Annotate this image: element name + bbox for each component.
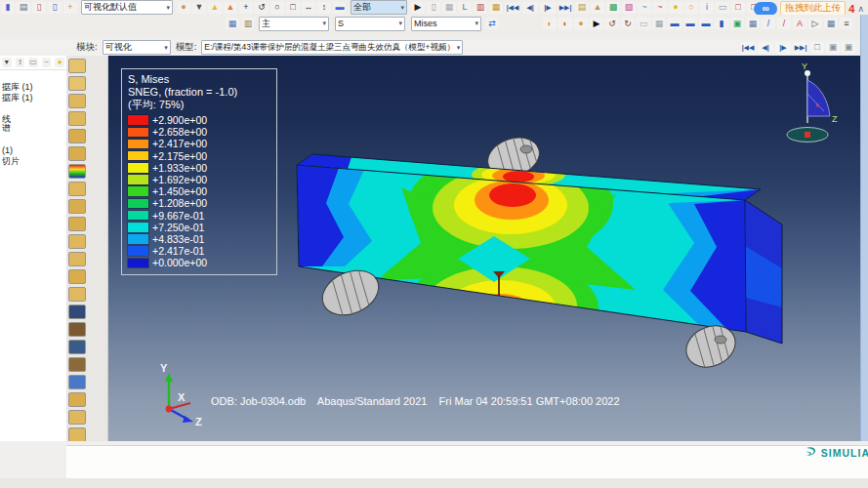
plot-symbols-icon[interactable] (68, 129, 86, 143)
component-dropdown[interactable]: Mises▾ (411, 17, 481, 31)
black-arrow-icon[interactable]: ▶ (590, 18, 603, 29)
magnify-view-icon[interactable]: ○ (270, 2, 284, 14)
field-output-tool-icon[interactable] (68, 410, 86, 425)
query-icon[interactable] (68, 269, 86, 284)
upload-badge-icon[interactable]: ∞ (754, 2, 777, 16)
camera-icon[interactable]: ▣ (842, 42, 855, 54)
tree-item[interactable]: (1) (2, 145, 13, 155)
material-orientation-icon[interactable] (68, 182, 86, 196)
sync-frames-icon[interactable]: ⇄ (485, 18, 499, 29)
highlight-eye-icon[interactable]: ● (574, 18, 588, 29)
grid-box-icon[interactable]: ▦ (652, 18, 666, 29)
hidden-eye-icon[interactable]: ◐ (558, 18, 572, 29)
animate-scale-icon[interactable] (68, 287, 86, 302)
next-frame-button[interactable]: |▶ (540, 2, 556, 14)
cycle-views-icon[interactable]: ↕ (317, 2, 331, 14)
redo-icon[interactable]: ↻ (621, 18, 635, 29)
info-icon[interactable]: i (700, 2, 714, 14)
plot-symbols-deformed-icon[interactable] (68, 146, 86, 161)
view-compass[interactable]: Y x Z (780, 61, 839, 150)
viewport-layout-3-icon[interactable]: ▬ (699, 18, 713, 29)
list-options-icon[interactable]: ≡ (840, 18, 853, 29)
plot-contours-deformed-icon[interactable] (68, 111, 86, 126)
undo-icon[interactable]: ↺ (605, 18, 619, 29)
last-frame-button[interactable]: ▶▶| (558, 2, 573, 14)
rotate-view-icon[interactable]: ↺ (255, 2, 269, 14)
probe-values-icon[interactable] (68, 252, 86, 266)
viewport-icon[interactable]: ▬ (333, 2, 347, 14)
white-cursor-icon[interactable]: ▷ (808, 18, 822, 29)
tree-item[interactable]: 据库 (1) (2, 92, 33, 104)
field-output-dialog-icon[interactable]: ▦ (226, 18, 239, 29)
tree-link-icon[interactable]: ~ (42, 58, 52, 67)
history-plot-icon[interactable]: ~ (653, 2, 667, 14)
plot-contours-icon[interactable] (68, 94, 86, 108)
frame-select-tool-icon[interactable] (68, 427, 86, 442)
database-icon[interactable]: ▯ (48, 2, 62, 14)
annotate-text-icon[interactable]: A (793, 18, 806, 29)
snapshot-icon[interactable]: ▣ (826, 42, 840, 54)
xy-plot-icon[interactable]: ~ (638, 2, 651, 14)
render-caret-icon[interactable]: ▼ (192, 2, 206, 14)
image-capture-icon[interactable]: ▣ (730, 18, 744, 29)
first-frame-button[interactable]: |◀◀ (505, 2, 520, 14)
ctx-first-frame-button[interactable]: |◀◀ (740, 42, 756, 54)
plot-deformed-icon[interactable] (68, 76, 86, 91)
message-area[interactable] (66, 445, 868, 479)
ctx-previous-frame-button[interactable]: ◀| (758, 42, 773, 54)
tree-item[interactable]: 谱 (2, 122, 11, 135)
save-icon[interactable]: ▮ (1, 2, 15, 14)
select-cursor-icon[interactable]: ▶ (411, 2, 425, 14)
create-xy-data-icon[interactable] (68, 375, 86, 389)
print-icon[interactable]: ▤ (17, 2, 30, 14)
pan-view-icon[interactable]: + (239, 2, 253, 14)
tree-filter-dropdown-icon[interactable]: ▾ (2, 58, 12, 67)
box-zoom-icon[interactable]: □ (286, 2, 300, 14)
primary-variable-dropdown[interactable]: 主▾ (259, 17, 329, 31)
tree-spinner-icon[interactable]: ↕ (16, 58, 25, 67)
orientation-deformed-icon[interactable] (68, 199, 86, 214)
previous-frame-button[interactable]: ◀| (522, 2, 538, 14)
ctx-next-frame-button[interactable]: |▶ (775, 42, 791, 54)
visible-eye-icon[interactable]: ◐ (543, 18, 557, 29)
viewport-layout-4-icon[interactable]: ▮ (715, 18, 728, 29)
options-tool-icon[interactable]: + (63, 2, 77, 14)
field-variable-dropdown[interactable]: S▾ (335, 17, 405, 31)
viewport-canvas[interactable]: S, Mises SNEG, (fraction = -1.0) (平均: 75… (108, 56, 860, 441)
viewport-layout-2-icon[interactable]: ▬ (683, 18, 697, 29)
tree-item[interactable]: 切片 (2, 155, 20, 168)
legend-table-icon[interactable]: ▦ (824, 18, 838, 29)
animate-icon[interactable]: ● (669, 2, 682, 14)
shaded-icon[interactable]: ▲ (208, 2, 222, 14)
model-dropdown[interactable]: E:/课程/第43课带保护层的混凝土梁三点弯曲失效仿真（模型+视频）/01/Jo… (201, 40, 463, 55)
ctx-last-frame-button[interactable]: ▶▶| (793, 42, 808, 54)
animate-harmonic-icon[interactable] (68, 322, 86, 337)
plot-undeformed-icon[interactable] (68, 59, 86, 73)
undeformed-plot-icon[interactable]: ▤ (575, 2, 589, 14)
frames-icon[interactable]: ▦ (489, 2, 503, 14)
view-cut-manager-icon[interactable] (68, 357, 86, 372)
download-count-badge[interactable]: 4 (848, 3, 854, 15)
xy-data-manager-icon[interactable] (68, 392, 86, 407)
contour-plot-icon[interactable]: ▩ (606, 2, 620, 14)
fit-view-icon[interactable]: ↔ (302, 2, 315, 14)
layers-icon[interactable]: ▭ (716, 2, 729, 14)
module-dropdown[interactable]: 可视化▾ (103, 40, 171, 55)
animate-history-icon[interactable] (68, 305, 86, 319)
annotate-arrow-icon[interactable]: / (777, 18, 791, 29)
table-icon[interactable]: ▦ (746, 18, 760, 29)
spectrum-icon[interactable] (68, 164, 86, 179)
wireframe-icon[interactable]: ▲ (224, 2, 237, 14)
collapse-chevron-icon[interactable]: ∧ (857, 4, 864, 14)
symbol-plot-icon[interactable]: ▨ (622, 2, 636, 14)
corner-tool-icon[interactable]: L (458, 2, 472, 14)
render-style-icon[interactable]: ● (177, 2, 190, 14)
selection-scope-dropdown[interactable]: 全部▾ (351, 0, 407, 15)
overlay-plot-icon[interactable] (68, 234, 86, 249)
clipboard-icon[interactable]: ▯ (32, 2, 46, 14)
visualization-defaults-dropdown[interactable]: 可视化默认值▾ (81, 0, 173, 15)
tree-edit-icon[interactable]: ▭ (28, 58, 38, 67)
tree-bulb-icon[interactable]: ● (55, 58, 64, 67)
right-scrollbar[interactable] (860, 15, 868, 441)
cube-front-icon[interactable]: □ (731, 2, 745, 14)
